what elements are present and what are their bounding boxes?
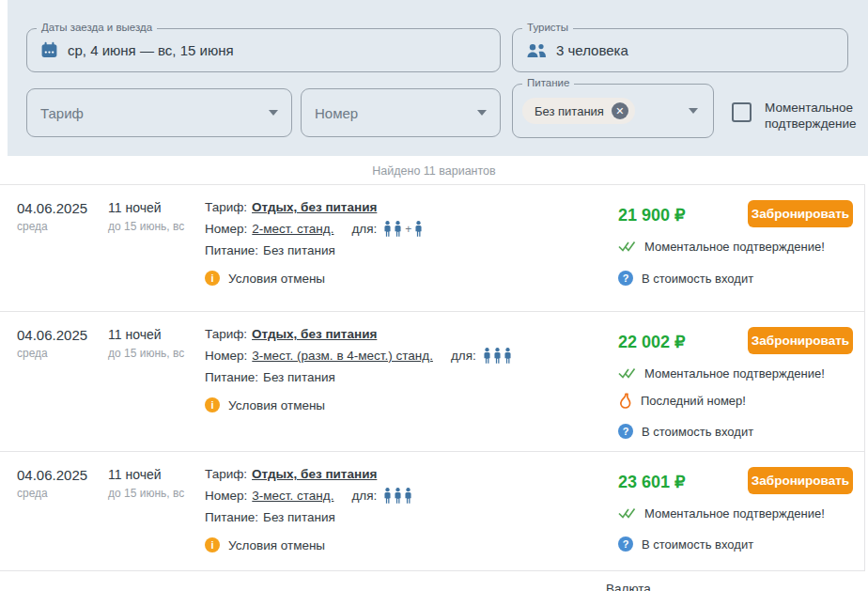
meals-value: Без питания	[263, 510, 335, 524]
meals-value: Без питания	[263, 370, 335, 384]
question-icon: ?	[618, 271, 633, 286]
last-room-text: Последний номер!	[641, 394, 746, 408]
result-row: 04.06.2025 среда 11 ночей до 15 июнь, вс…	[0, 312, 864, 452]
room-link[interactable]: 2-мест. станд.	[252, 222, 333, 236]
cancel-terms[interactable]: i Условия отмены	[205, 271, 618, 286]
tariff-label: Тариф:	[205, 327, 247, 341]
results-rows: 04.06.2025 среда 11 ночей до 15 июнь, вс…	[0, 184, 865, 571]
info-icon: i	[205, 271, 220, 286]
checkout-info: до 15 июнь, вс	[108, 347, 205, 360]
meals-chip-label: Без питания	[535, 104, 604, 118]
person-icon	[394, 488, 402, 504]
tariff-label: Тариф:	[205, 467, 247, 481]
price-includes[interactable]: ? В стоимость входит	[618, 424, 853, 439]
results-count: Найдено 11 вариантов	[0, 156, 868, 184]
person-icon	[493, 348, 502, 364]
checkin-weekday: среда	[17, 220, 108, 233]
chevron-down-icon	[689, 108, 698, 114]
people-icon	[526, 43, 547, 58]
dates-value: ср, 4 июня — вс, 15 июня	[68, 42, 234, 58]
row-date-column: 04.06.2025 среда	[17, 467, 108, 570]
row-nights-column: 11 ночей до 15 июнь, вс	[108, 200, 205, 311]
instant-confirmation-label: Моментальное подтверждение	[765, 101, 862, 132]
price-includes[interactable]: ? В стоимость входит	[618, 537, 853, 552]
meals-field-label: Питание	[522, 77, 574, 88]
row-date-column: 04.06.2025 среда	[17, 327, 108, 451]
tourists-field[interactable]: Туристы 3 человека	[512, 28, 848, 72]
price-includes[interactable]: ? В стоимость входит	[618, 271, 853, 286]
cancel-terms-label: Условия отмены	[228, 398, 325, 412]
price-includes-label: В стоимость входит	[642, 537, 753, 552]
cancel-terms-label: Условия отмены	[228, 538, 325, 552]
tariff-dropdown[interactable]: Тариф	[26, 88, 292, 137]
last-room-status: Последний номер!	[618, 393, 853, 409]
for-label: для:	[351, 489, 377, 503]
checkin-date: 04.06.2025	[17, 467, 108, 483]
checkout-info: до 15 июнь, вс	[108, 220, 205, 233]
plus-sign: +	[405, 223, 411, 236]
result-row: 04.06.2025 среда 11 ночей до 15 июнь, вс…	[0, 452, 864, 571]
price-includes-label: В стоимость входит	[642, 425, 753, 439]
book-button[interactable]: Забронировать	[748, 467, 853, 494]
for-label: для:	[451, 349, 476, 363]
tariff-link[interactable]: Отдых, без питания	[252, 327, 377, 341]
meals-label: Питание:	[205, 370, 258, 384]
checkin-weekday: среда	[17, 487, 108, 500]
book-button[interactable]: Забронировать	[748, 200, 853, 227]
cancel-terms[interactable]: i Условия отмены	[205, 397, 618, 412]
instant-confirmation-checkbox-group[interactable]: Моментальное подтверждение	[732, 101, 862, 132]
person-icon	[383, 488, 392, 504]
result-row: 04.06.2025 среда 11 ночей до 15 июнь, вс…	[0, 185, 864, 312]
row-price-column: 22 002 ₽ Забронировать Моментальное подт…	[618, 327, 853, 451]
checkin-date: 04.06.2025	[17, 327, 108, 343]
tariff-link[interactable]: Отдых, без питания	[252, 200, 377, 214]
question-icon: ?	[618, 537, 633, 552]
instant-confirmation-status: Моментальное подтверждение!	[618, 366, 853, 381]
row-price-column: 23 601 ₽ Забронировать Моментальное подт…	[618, 467, 853, 570]
cancel-terms-label: Условия отмены	[228, 272, 325, 286]
double-check-icon	[618, 241, 636, 253]
chevron-down-icon	[269, 110, 278, 116]
meals-chip[interactable]: Без питания ✕	[522, 98, 635, 124]
dates-field[interactable]: Даты заезда и выезда ср, 4 июня — вс, 15…	[26, 28, 501, 72]
row-nights-column: 11 ночей до 15 июнь, вс	[108, 327, 205, 451]
tourists-field-label: Туристы	[522, 22, 573, 33]
checkin-date: 04.06.2025	[17, 200, 108, 216]
book-button[interactable]: Забронировать	[748, 327, 853, 354]
room-dropdown[interactable]: Номер	[301, 88, 501, 137]
tariff-link[interactable]: Отдых, без питания	[252, 467, 377, 481]
chevron-down-icon	[477, 110, 487, 116]
room-label: Номер:	[205, 222, 247, 236]
instant-confirmation-text: Моментальное подтверждение!	[644, 366, 825, 381]
currency-label: Валюта	[606, 582, 651, 591]
cancel-terms[interactable]: i Условия отмены	[205, 537, 618, 552]
results-list: Найдено 11 вариантов 04.06.2025 среда 11…	[0, 156, 868, 571]
booking-search-screen: Даты заезда и выезда ср, 4 июня — вс, 15…	[0, 0, 868, 591]
double-check-icon	[618, 367, 636, 380]
question-icon: ?	[618, 424, 633, 439]
nights-count: 11 ночей	[108, 327, 205, 342]
instant-confirmation-checkbox[interactable]	[732, 102, 752, 122]
info-icon: i	[205, 537, 220, 552]
price-includes-label: В стоимость входит	[642, 272, 753, 286]
room-placeholder: Номер	[315, 105, 358, 121]
row-nights-column: 11 ночей до 15 июнь, вс	[108, 467, 205, 570]
person-icon	[504, 348, 512, 364]
row-details-column: Тариф: Отдых, без питания Номер: 2-мест.…	[205, 200, 618, 311]
room-link[interactable]: 3-мест. станд.	[252, 489, 333, 503]
meals-dropdown[interactable]: Питание Без питания ✕	[512, 84, 714, 138]
checkin-weekday: среда	[17, 347, 108, 360]
occupancy-icons	[383, 488, 412, 504]
room-label: Номер:	[205, 349, 247, 363]
room-link[interactable]: 3-мест. (разм. в 4-мест.) станд.	[252, 349, 433, 363]
close-icon[interactable]: ✕	[612, 102, 628, 119]
tourists-value: 3 человека	[556, 42, 628, 58]
instant-confirmation-status: Моментальное подтверждение!	[618, 506, 853, 521]
person-icon	[383, 221, 392, 237]
info-icon: i	[205, 397, 220, 412]
filter-panel: Даты заезда и выезда ср, 4 июня — вс, 15…	[8, 0, 868, 156]
instant-confirmation-text: Моментальное подтверждение!	[644, 506, 825, 521]
person-icon	[394, 221, 402, 237]
person-icon	[483, 348, 491, 364]
tariff-label: Тариф:	[205, 200, 247, 214]
